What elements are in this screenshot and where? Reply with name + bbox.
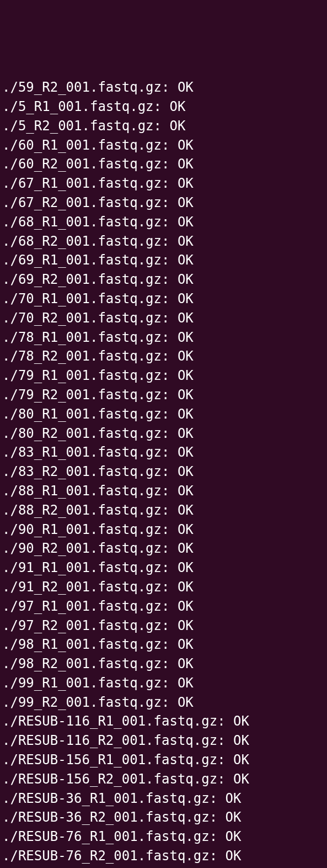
file-path: ./5_R1_001.fastq.gz — [2, 99, 154, 114]
status-text: OK — [178, 618, 194, 633]
file-path: ./88_R2_001.fastq.gz — [2, 502, 162, 518]
output-line: ./98_R2_001.fastq.gz: OK — [2, 654, 325, 674]
status-text: OK — [178, 464, 194, 479]
status-text: OK — [233, 733, 249, 748]
file-path: ./68_R1_001.fastq.gz — [2, 214, 162, 230]
output-line: ./78_R2_001.fastq.gz: OK — [2, 347, 325, 366]
output-line: ./RESUB-116_R1_001.fastq.gz: OK — [2, 712, 325, 731]
status-text: OK — [178, 252, 194, 268]
status-text: OK — [233, 771, 249, 787]
file-path: ./RESUB-156_R1_001.fastq.gz — [2, 752, 217, 768]
output-line: ./80_R2_001.fastq.gz: OK — [2, 424, 325, 443]
status-text: OK — [178, 272, 194, 287]
status-text: OK — [178, 214, 194, 230]
status-text: OK — [178, 656, 194, 671]
status-text: OK — [178, 176, 194, 191]
status-text: OK — [178, 156, 194, 172]
status-text: OK — [178, 502, 194, 518]
output-line: ./83_R1_001.fastq.gz: OK — [2, 443, 325, 462]
status-text: OK — [178, 522, 194, 537]
output-line: ./67_R2_001.fastq.gz: OK — [2, 193, 325, 213]
status-text: OK — [178, 291, 194, 306]
file-path: ./83_R1_001.fastq.gz — [2, 444, 162, 460]
file-path: ./79_R2_001.fastq.gz — [2, 387, 162, 403]
output-line: ./90_R2_001.fastq.gz: OK — [2, 539, 325, 558]
output-line: ./80_R1_001.fastq.gz: OK — [2, 405, 325, 424]
status-text: OK — [178, 675, 194, 691]
status-text: OK — [178, 483, 194, 499]
file-path: ./5_R2_001.fastq.gz — [2, 118, 154, 134]
output-line: ./88_R2_001.fastq.gz: OK — [2, 501, 325, 520]
file-path: ./RESUB-76_R1_001.fastq.gz — [2, 829, 210, 844]
file-path: ./99_R2_001.fastq.gz — [2, 695, 162, 710]
file-path: ./60_R2_001.fastq.gz — [2, 156, 162, 172]
output-line: ./70_R1_001.fastq.gz: OK — [2, 289, 325, 309]
file-path: ./98_R1_001.fastq.gz — [2, 637, 162, 652]
file-path: ./RESUB-156_R2_001.fastq.gz — [2, 771, 217, 787]
output-line: ./RESUB-36_R2_001.fastq.gz: OK — [2, 808, 325, 827]
output-line: ./59_R2_001.fastq.gz: OK — [2, 78, 325, 97]
file-path: ./70_R1_001.fastq.gz — [2, 291, 162, 306]
output-line: ./68_R1_001.fastq.gz: OK — [2, 213, 325, 232]
output-line: ./69_R2_001.fastq.gz: OK — [2, 270, 325, 289]
status-text: OK — [178, 444, 194, 460]
status-text: OK — [178, 330, 194, 345]
output-line: ./60_R1_001.fastq.gz: OK — [2, 136, 325, 155]
status-text: OK — [226, 829, 242, 844]
status-text: OK — [178, 599, 194, 614]
file-path: ./60_R1_001.fastq.gz — [2, 137, 162, 153]
output-line: ./78_R1_001.fastq.gz: OK — [2, 328, 325, 347]
output-line: ./RESUB-36_R1_001.fastq.gz: OK — [2, 789, 325, 808]
file-path: ./RESUB-116_R2_001.fastq.gz — [2, 733, 217, 748]
status-text: OK — [178, 637, 194, 652]
output-line: ./RESUB-116_R2_001.fastq.gz: OK — [2, 731, 325, 750]
file-path: ./RESUB-36_R2_001.fastq.gz — [2, 809, 210, 825]
file-path: ./59_R2_001.fastq.gz — [2, 80, 162, 95]
file-path: ./79_R1_001.fastq.gz — [2, 368, 162, 383]
status-text: OK — [178, 80, 194, 95]
status-text: OK — [178, 137, 194, 153]
output-line: ./67_R1_001.fastq.gz: OK — [2, 174, 325, 193]
file-path: ./83_R2_001.fastq.gz — [2, 464, 162, 479]
output-line: ./60_R2_001.fastq.gz: OK — [2, 155, 325, 174]
status-text: OK — [178, 348, 194, 364]
status-text: OK — [178, 387, 194, 403]
status-text: OK — [178, 695, 194, 710]
file-path: ./99_R1_001.fastq.gz — [2, 675, 162, 691]
status-text: OK — [169, 99, 185, 114]
output-line: ./69_R1_001.fastq.gz: OK — [2, 251, 325, 270]
file-path: ./88_R1_001.fastq.gz — [2, 483, 162, 499]
file-path: ./69_R1_001.fastq.gz — [2, 252, 162, 268]
status-text: OK — [233, 713, 249, 729]
file-path: ./90_R1_001.fastq.gz — [2, 522, 162, 537]
status-text: OK — [178, 426, 194, 441]
status-text: OK — [233, 752, 249, 768]
status-text: OK — [178, 579, 194, 595]
file-path: ./80_R2_001.fastq.gz — [2, 426, 162, 441]
file-path: ./68_R2_001.fastq.gz — [2, 234, 162, 249]
output-line: ./79_R2_001.fastq.gz: OK — [2, 385, 325, 405]
status-text: OK — [226, 848, 242, 864]
output-line: ./68_R2_001.fastq.gz: OK — [2, 232, 325, 251]
status-text: OK — [178, 310, 194, 326]
output-line: ./RESUB-156_R1_001.fastq.gz: OK — [2, 750, 325, 770]
status-text: OK — [178, 560, 194, 575]
status-text: OK — [178, 195, 194, 210]
output-line: ./79_R1_001.fastq.gz: OK — [2, 366, 325, 385]
output-line: ./88_R1_001.fastq.gz: OK — [2, 481, 325, 501]
terminal-output[interactable]: ./59_R2_001.fastq.gz: OK./5_R1_001.fastq… — [0, 77, 327, 868]
file-path: ./69_R2_001.fastq.gz — [2, 272, 162, 287]
file-path: ./80_R1_001.fastq.gz — [2, 406, 162, 422]
output-line: ./RESUB-94_R1_001.fastq.gz: OK — [2, 866, 325, 868]
file-path: ./RESUB-36_R1_001.fastq.gz — [2, 791, 210, 806]
file-path: ./78_R1_001.fastq.gz — [2, 330, 162, 345]
file-path: ./78_R2_001.fastq.gz — [2, 348, 162, 364]
output-line: ./5_R2_001.fastq.gz: OK — [2, 117, 325, 136]
output-line: ./97_R2_001.fastq.gz: OK — [2, 616, 325, 636]
output-line: ./98_R1_001.fastq.gz: OK — [2, 635, 325, 654]
status-text: OK — [178, 406, 194, 422]
output-line: ./RESUB-76_R2_001.fastq.gz: OK — [2, 846, 325, 866]
output-line: ./99_R1_001.fastq.gz: OK — [2, 674, 325, 693]
output-line: ./97_R1_001.fastq.gz: OK — [2, 597, 325, 616]
file-path: ./70_R2_001.fastq.gz — [2, 310, 162, 326]
